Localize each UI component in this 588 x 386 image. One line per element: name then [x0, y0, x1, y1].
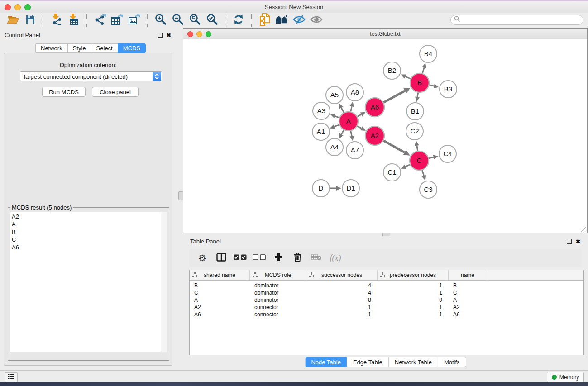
graph-node-A6[interactable]: A6: [365, 98, 384, 117]
result-item[interactable]: A6: [10, 243, 167, 251]
tab-motifs[interactable]: Motifs: [438, 357, 466, 367]
export-image-button[interactable]: [126, 13, 143, 28]
graph-node-C2[interactable]: C2: [406, 123, 423, 140]
toggle-column-view-button[interactable]: [212, 250, 231, 266]
import-table-button[interactable]: [65, 13, 82, 28]
first-neighbors-button[interactable]: [256, 13, 273, 28]
table-row[interactable]: A2connector11A2: [190, 304, 583, 311]
graph-edge-A-A7[interactable]: [349, 131, 354, 141]
graph-edge-A-A1[interactable]: [330, 124, 339, 129]
tab-node-table[interactable]: Node Table: [305, 357, 347, 367]
float-panel-icon[interactable]: [567, 239, 572, 244]
table-row[interactable]: A6connector11A6: [190, 311, 583, 318]
zoom-selected-button[interactable]: [204, 13, 221, 28]
tab-network-table[interactable]: Network Table: [389, 357, 438, 367]
graph-node-B3[interactable]: B3: [440, 81, 457, 98]
window-resize-grip[interactable]: [581, 227, 587, 232]
delete-table-button[interactable]: [307, 250, 326, 266]
result-list-scrollbar[interactable]: [161, 212, 167, 352]
function-builder-button[interactable]: f(x): [326, 250, 345, 266]
column-header-shared-name[interactable]: shared name: [190, 270, 250, 280]
network-canvas[interactable]: B4B2BB3B1A5A8A6A3AA1A4A7A2C2C4CC1C3DD1: [183, 39, 587, 233]
graph-edge-C-C2[interactable]: [415, 141, 419, 151]
close-panel-button[interactable]: Close panel: [92, 87, 139, 97]
criterion-select[interactable]: largest connected component (directed): [20, 71, 162, 81]
column-header-successor-nodes[interactable]: successor nodes: [306, 270, 378, 280]
graph-edge-D-D1[interactable]: [330, 186, 341, 191]
float-panel-icon[interactable]: [158, 33, 163, 38]
memory-button[interactable]: Memory: [547, 372, 584, 382]
table-row[interactable]: Cdominator41C: [190, 289, 583, 296]
graph-edge-C-C4[interactable]: [429, 155, 438, 160]
graph-node-A8[interactable]: A8: [346, 84, 363, 101]
graph-node-A[interactable]: A: [339, 112, 358, 131]
graph-edge-A2-C[interactable]: [383, 141, 410, 156]
tab-mcds[interactable]: MCDS: [118, 43, 146, 53]
refresh-button[interactable]: [230, 13, 247, 28]
graph-node-A4[interactable]: A4: [326, 138, 343, 156]
graph-edge-A-A5[interactable]: [339, 104, 344, 113]
tab-style[interactable]: Style: [67, 43, 91, 53]
delete-row-button[interactable]: [288, 250, 307, 266]
home-button[interactable]: [273, 13, 291, 28]
table-row[interactable]: Adominator80A: [190, 296, 583, 304]
open-session-button[interactable]: [5, 13, 22, 28]
graph-edge-C-C1[interactable]: [401, 165, 410, 169]
show-all-button[interactable]: [308, 13, 325, 28]
select-all-button[interactable]: [231, 250, 250, 266]
graph-node-B4[interactable]: B4: [420, 45, 437, 62]
graph-edge-B-B2[interactable]: [401, 74, 411, 79]
add-row-button[interactable]: [269, 250, 288, 266]
tab-network[interactable]: Network: [35, 43, 67, 53]
result-item[interactable]: A: [10, 220, 167, 228]
graph-node-A7[interactable]: A7: [346, 142, 363, 159]
graph-edge-B-B4[interactable]: [422, 63, 426, 73]
zoom-in-button[interactable]: [152, 13, 169, 28]
table-settings-button[interactable]: ⚙: [193, 250, 212, 266]
graph-edge-A6-B[interactable]: [383, 88, 411, 103]
graph-edge-B-B3[interactable]: [430, 84, 439, 88]
graph-node-C[interactable]: C: [410, 151, 429, 170]
graph-node-C4[interactable]: C4: [439, 145, 456, 162]
show-panel-list-button[interactable]: [5, 372, 18, 382]
search-input[interactable]: [462, 16, 583, 24]
tab-select[interactable]: Select: [91, 43, 118, 53]
graph-edge-A-A8[interactable]: [349, 102, 354, 112]
column-header-predecessor-nodes[interactable]: predecessor nodes: [378, 270, 449, 280]
save-session-button[interactable]: [22, 13, 39, 28]
column-header-MCDS-role[interactable]: MCDS role: [250, 270, 306, 280]
graph-node-B[interactable]: B: [410, 73, 429, 92]
graph-edge-A-A3[interactable]: [330, 114, 339, 118]
graph-node-A3[interactable]: A3: [313, 102, 330, 119]
graph-node-C3[interactable]: C3: [420, 181, 437, 198]
zoom-out-button[interactable]: [169, 13, 186, 28]
graph-edge-C-C3[interactable]: [422, 170, 426, 181]
graph-edge-A-A4[interactable]: [339, 130, 344, 138]
graph-node-B2[interactable]: B2: [383, 62, 401, 79]
close-panel-icon[interactable]: ✖: [167, 33, 171, 38]
table-row[interactable]: Bdominator41B: [190, 282, 583, 289]
tab-edge-table[interactable]: Edge Table: [347, 357, 389, 367]
graph-node-C1[interactable]: C1: [383, 164, 401, 181]
column-header-name[interactable]: name: [449, 270, 487, 280]
network-window-titlebar[interactable]: testGlobe.txt: [183, 29, 587, 40]
graph-node-A2[interactable]: A2: [365, 126, 384, 145]
run-mcds-button[interactable]: Run MCDS: [42, 87, 86, 97]
graph-node-D[interactable]: D: [312, 180, 330, 197]
zoom-fit-button[interactable]: [186, 13, 204, 28]
graph-node-B1[interactable]: B1: [406, 103, 424, 120]
result-item[interactable]: A2: [10, 213, 167, 220]
graph-node-A1[interactable]: A1: [312, 123, 330, 140]
export-table-button[interactable]: [109, 13, 126, 28]
graph-edge-B-B1[interactable]: [415, 93, 420, 102]
result-item[interactable]: B: [10, 228, 167, 236]
close-panel-icon[interactable]: ✖: [576, 239, 580, 244]
import-network-button[interactable]: [48, 13, 65, 28]
hide-selected-button[interactable]: [291, 13, 308, 28]
deselect-all-button[interactable]: [250, 250, 269, 266]
graph-node-A5[interactable]: A5: [326, 86, 343, 104]
graph-edge-A-A6[interactable]: [357, 112, 365, 117]
result-item[interactable]: C: [10, 236, 167, 243]
search-field[interactable]: [450, 15, 583, 25]
graph-edge-A-A2[interactable]: [357, 126, 366, 131]
